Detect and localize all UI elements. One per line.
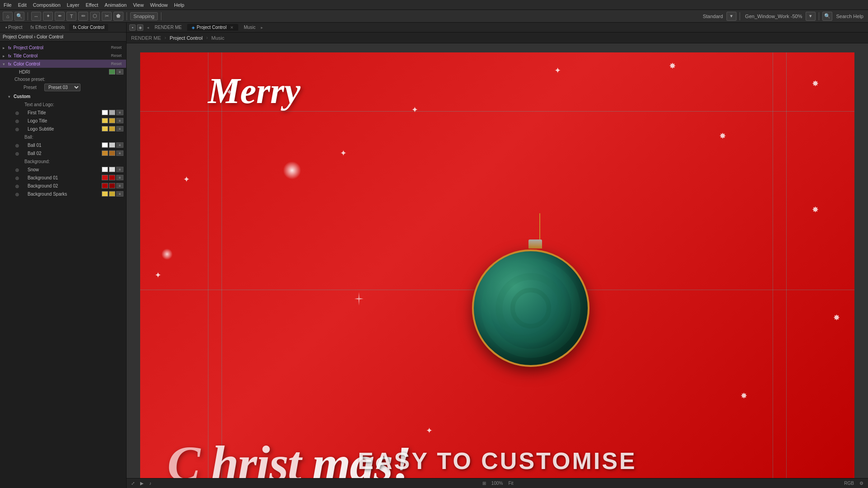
preset-select[interactable]: Preset 03 Preset 01 Preset 02 Preset 04 [44, 84, 80, 91]
tool-6[interactable]: ⬡ [90, 12, 100, 21]
custom-section-row[interactable]: Custom [0, 92, 126, 100]
menu-help[interactable]: Help [174, 2, 184, 8]
nav-music[interactable]: Music [211, 35, 224, 41]
custom-toggle[interactable] [8, 94, 12, 99]
search-ae-button[interactable]: 🔍 [822, 12, 832, 21]
logo-subtitle-mode[interactable]: ≡ [116, 126, 123, 131]
background-sparks-label: Background Sparks [22, 192, 100, 197]
ball-01-mode[interactable]: ≡ [116, 142, 123, 148]
ball-section-row: Ball: [0, 133, 126, 141]
menu-file[interactable]: File [4, 2, 12, 8]
ornament-string [539, 213, 540, 240]
tab-effect-controls[interactable]: fx Effect Controls [27, 24, 68, 31]
project-control-reset[interactable]: Reset [109, 45, 123, 50]
vc-settings[interactable]: ⚙ [858, 480, 865, 486]
vc-preview[interactable]: ▶ [138, 480, 146, 486]
menu-window[interactable]: Window [150, 2, 168, 8]
project-control-toggle[interactable] [3, 45, 6, 50]
ball-01-swatch2[interactable] [109, 142, 115, 148]
composition-viewer[interactable]: ✦ ✦ ✸ ✦ ✸ ✦ ✸ ✸ ✦ ✦ ✸ ✦ ✸ Merry [127, 43, 868, 488]
vc-channels[interactable]: RGB [842, 480, 856, 486]
vc-zoom[interactable]: 100% [490, 480, 505, 486]
ornament-ball [472, 249, 590, 367]
menu-edit[interactable]: Edit [18, 2, 27, 8]
background-sparks-swatch2[interactable] [109, 191, 115, 197]
logo-title-mode[interactable]: ≡ [116, 118, 123, 123]
tool-2[interactable]: ✦ [43, 12, 53, 21]
tab-project[interactable]: ▪ Project [2, 24, 26, 31]
snow-swatch1[interactable] [102, 167, 108, 172]
background-sparks-swatch1[interactable] [102, 191, 108, 197]
ball-02-icon [15, 150, 20, 156]
menu-view[interactable]: View [133, 2, 144, 8]
menu-layer[interactable]: Layer [67, 2, 80, 8]
tool-7[interactable]: ✂ [102, 12, 112, 21]
project-control-row[interactable]: fx Project Control Reset [0, 43, 126, 52]
snapping-label: Snapping [133, 14, 155, 19]
panel-header: Project Control › Color Control [0, 33, 126, 42]
tool-4[interactable]: T [66, 12, 76, 21]
nav-project-control[interactable]: Project Control [170, 35, 203, 41]
vc-grid[interactable]: ⊞ [481, 480, 488, 486]
hdri-controls: ≡ [109, 69, 123, 75]
snow-mode[interactable]: ≡ [116, 167, 123, 172]
background-01-swatch1[interactable] [102, 175, 108, 180]
ball-02-controls: ≡ [102, 150, 123, 156]
hdri-color-swatch[interactable] [109, 69, 115, 75]
color-control-row[interactable]: fx Color Control Reset [0, 60, 126, 68]
comp-tab-project[interactable]: ◈ Project Control ✕ [187, 24, 238, 31]
search-button[interactable]: 🔍 [14, 12, 24, 21]
title-control-toggle[interactable] [3, 53, 6, 58]
ball-01-swatch1[interactable] [102, 142, 108, 148]
vc-audio[interactable]: ♪ [147, 480, 153, 486]
background-01-swatch2[interactable] [109, 175, 115, 180]
title-control-row[interactable]: fx Title Control Reset [0, 52, 126, 60]
home-button[interactable]: ⌂ [3, 12, 13, 21]
main-layout: ▪ Project fx Effect Controls fx Color Co… [0, 23, 868, 488]
logo-title-swatch2[interactable] [109, 118, 115, 123]
ball-02-swatch1[interactable] [102, 150, 108, 156]
snow-row: Snow ≡ [0, 165, 126, 174]
background-sparks-mode[interactable]: ≡ [116, 191, 123, 197]
first-title-mode[interactable]: ≡ [116, 110, 123, 115]
background-02-mode[interactable]: ≡ [116, 183, 123, 188]
tool-8[interactable]: ⬟ [113, 12, 123, 21]
snapping-button[interactable]: Snapping [130, 12, 158, 20]
vc-expand[interactable]: ⤢ [129, 480, 137, 486]
background-02-swatch1[interactable] [102, 183, 108, 188]
tab-color-control[interactable]: fx Color Control [69, 24, 108, 31]
menu-composition[interactable]: Composition [33, 2, 61, 8]
title-control-reset[interactable]: Reset [109, 53, 123, 58]
snow-swatch2[interactable] [109, 167, 115, 172]
color-control-reset[interactable]: Reset [109, 61, 123, 66]
toolbar-separator-5 [819, 12, 819, 20]
comp-left-arrow[interactable]: ◂ [147, 25, 149, 30]
ball-02-mode[interactable]: ≡ [116, 150, 123, 156]
nav-render-me[interactable]: RENDER ME [131, 35, 161, 41]
workspace-options[interactable]: ▾ [726, 12, 736, 21]
color-control-toggle[interactable] [3, 61, 6, 66]
comp-tab-music[interactable]: Music [239, 24, 260, 31]
vc-fit[interactable]: Fit [506, 480, 515, 486]
tool-1[interactable]: ↔ [31, 12, 41, 21]
logo-subtitle-swatch2[interactable] [109, 126, 115, 131]
tool-5[interactable]: ✏ [78, 12, 88, 21]
comp-tab-render[interactable]: RENDER ME [150, 24, 186, 31]
background-02-swatch2[interactable] [109, 183, 115, 188]
menu-animation[interactable]: Animation [104, 2, 127, 8]
background-01-mode[interactable]: ≡ [116, 175, 123, 180]
first-title-swatch1[interactable] [102, 110, 108, 115]
comp-home-btn[interactable]: ▪ [129, 24, 136, 31]
hdri-mode-btn[interactable]: ≡ [116, 69, 123, 75]
toolbar-separator-2 [127, 12, 127, 20]
menu-effect[interactable]: Effect [85, 2, 98, 8]
logo-title-swatch1[interactable] [102, 118, 108, 123]
comp-icon-btn[interactable]: ◈ [137, 24, 143, 31]
comp-project-close[interactable]: ✕ [230, 25, 234, 30]
gen-window-options[interactable]: ▾ [806, 12, 816, 21]
logo-subtitle-swatch1[interactable] [102, 126, 108, 131]
first-title-swatch2[interactable] [109, 110, 115, 115]
tool-3[interactable]: ✒ [55, 12, 65, 21]
comp-right-arrow[interactable]: ▸ [261, 25, 263, 30]
ball-02-swatch2[interactable] [109, 150, 115, 156]
